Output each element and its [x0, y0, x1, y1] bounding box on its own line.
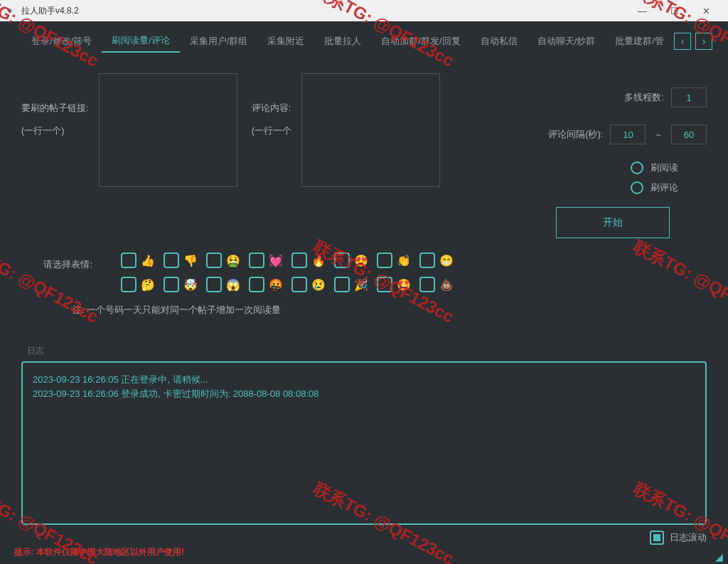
emoji-checkbox[interactable] [249, 277, 264, 292]
interval-min-input[interactable] [610, 124, 646, 144]
comment-labels: 评论内容: (一行一个 [252, 73, 291, 147]
tab-login[interactable]: 登录/修改/筛号 [21, 31, 102, 52]
emoji-checkbox[interactable] [419, 252, 435, 268]
emoji-checkbox[interactable] [164, 277, 179, 292]
maximize-button[interactable]: ☐ [658, 0, 690, 21]
params-panel: 多线程数: 评论间隔(秒): ~ 刷阅读 [515, 73, 707, 238]
log-section: 日志 2023-09-23 16:26:05 正在登录中, 请稍候... 202… [21, 345, 707, 550]
log-label: 日志 [21, 345, 707, 357]
app-window: 拉人助手v4.8.2 — ☐ ✕ 登录/修改/筛号 刷阅读量/评论 采集用户/群… [0, 0, 728, 564]
emoji-row-1: 👍 👎 🤮 💓 🔥 😍 👏 😁 [121, 252, 454, 268]
checkbox-checked-icon [650, 531, 664, 545]
radio-circle-icon [631, 181, 643, 194]
emoji-checkbox[interactable] [419, 277, 435, 292]
tab-next-arrow[interactable]: › [695, 33, 712, 50]
log-scroll-label: 日志滚动 [670, 531, 707, 544]
emoji-clap-icon: 👏 [397, 254, 411, 267]
window-title: 拉人助手v4.8.2 [21, 5, 626, 17]
tab-brush-read[interactable]: 刷阅读量/评论 [102, 30, 180, 53]
radio-brush-read[interactable]: 刷阅读 [631, 161, 678, 174]
emoji-checkbox[interactable] [334, 277, 350, 292]
emoji-scream-icon: 😱 [226, 278, 240, 292]
post-link-label: 要刷的帖子链接: [21, 102, 89, 115]
emoji-think-icon: 🤔 [141, 278, 155, 292]
note-text: 注: 一个号码一天只能对同一个帖子增加一次阅读量 [73, 304, 707, 316]
emoji-checkbox[interactable] [291, 252, 307, 268]
radio-comment-label: 刷评论 [651, 181, 678, 194]
emoji-checkbox[interactable] [377, 252, 392, 268]
post-link-hint: (一行一个) [21, 124, 89, 137]
emoji-checkbox[interactable] [249, 252, 264, 268]
app-body: 登录/修改/筛号 刷阅读量/评论 采集用户/群组 采集附近 批量拉人 自动加群/… [0, 21, 728, 564]
threads-label: 多线程数: [624, 91, 664, 104]
radio-read-label: 刷阅读 [651, 161, 678, 174]
app-icon [6, 5, 17, 16]
emoji-checkbox[interactable] [377, 277, 392, 292]
tab-auto-group[interactable]: 自动加群/群发/回复 [371, 31, 470, 52]
emoji-checkbox[interactable] [206, 277, 222, 292]
emoji-poop-icon: 💩 [439, 278, 454, 292]
tab-bar: 登录/修改/筛号 刷阅读量/评论 采集用户/群组 采集附近 批量拉人 自动加群/… [0, 21, 728, 59]
emoji-section: 请选择表情: 👍 👎 🤮 💓 🔥 😍 👏 😁 🤔 🤯 [21, 252, 707, 292]
emoji-checkbox[interactable] [164, 252, 179, 268]
titlebar: 拉人助手v4.8.2 — ☐ ✕ [0, 0, 728, 21]
bottom-warning: 提示: 本软件仅限中国大陆地区以外用户使用! [14, 546, 184, 558]
tab-collect-user[interactable]: 采集用户/群组 [180, 31, 258, 52]
content-area: 要刷的帖子链接: (一行一个) 评论内容: (一行一个 多线程数: [0, 59, 728, 324]
interval-separator: ~ [655, 129, 661, 140]
log-line: 2023-09-23 16:26:06 登录成功, 卡密过期时间为: 2088-… [33, 387, 695, 401]
tab-collect-nearby[interactable]: 采集附近 [257, 31, 314, 52]
interval-label: 评论间隔(秒): [548, 128, 603, 141]
tab-auto-dm[interactable]: 自动私信 [471, 31, 528, 52]
emoji-thumbsdown-icon: 👎 [183, 254, 198, 267]
log-box[interactable]: 2023-09-23 16:26:05 正在登录中, 请稍候... 2023-0… [21, 361, 707, 525]
emoji-label: 请选择表情: [21, 252, 92, 271]
emoji-grin-icon: 😁 [439, 254, 454, 267]
log-line: 2023-09-23 16:26:05 正在登录中, 请稍候... [33, 373, 695, 387]
radio-circle-icon [631, 161, 643, 174]
post-link-textarea[interactable] [99, 73, 237, 187]
emoji-mindblown-icon: 🤯 [183, 278, 198, 292]
log-scroll-toggle[interactable]: 日志滚动 [650, 531, 707, 545]
emoji-hearteyes-icon: 😍 [354, 254, 368, 267]
post-link-labels: 要刷的帖子链接: (一行一个) [21, 73, 89, 147]
emoji-angry-icon: 🤬 [269, 278, 283, 292]
emoji-thumbsup-icon: 👍 [141, 254, 155, 267]
emoji-fire-icon: 🔥 [311, 254, 326, 267]
tab-prev-arrow[interactable]: ‹ [674, 33, 691, 50]
emoji-cry-icon: 😢 [311, 278, 326, 292]
emoji-vomit-icon: 🤮 [226, 254, 240, 267]
emoji-checkbox[interactable] [121, 277, 136, 292]
emoji-checkbox[interactable] [334, 252, 350, 268]
tab-batch-pull[interactable]: 批量拉人 [314, 31, 371, 52]
emoji-row-2: 🤔 🤯 😱 🤬 😢 🎉 🤩 💩 [121, 277, 454, 292]
start-button[interactable]: 开始 [556, 207, 670, 238]
resize-grip-icon[interactable]: ◢ [715, 551, 727, 563]
interval-max-input[interactable] [671, 124, 707, 144]
tab-batch-create[interactable]: 批量建群/管 [605, 31, 674, 52]
close-button[interactable]: ✕ [690, 0, 722, 21]
emoji-checkbox[interactable] [291, 277, 307, 292]
emoji-party-icon: 🎉 [354, 278, 368, 292]
radio-brush-comment[interactable]: 刷评论 [631, 181, 678, 194]
comment-hint: (一行一个 [252, 124, 291, 137]
tab-auto-chat[interactable]: 自动聊天/炒群 [528, 31, 606, 52]
emoji-checkbox[interactable] [206, 252, 222, 268]
window-controls: — ☐ ✕ [626, 0, 722, 21]
minimize-button[interactable]: — [626, 0, 658, 21]
emoji-heart-icon: 💓 [269, 254, 283, 267]
threads-input[interactable] [671, 87, 707, 107]
emoji-checkbox[interactable] [121, 252, 136, 268]
emoji-star-icon: 🤩 [397, 278, 411, 292]
comment-textarea[interactable] [301, 73, 440, 187]
comment-label: 评论内容: [252, 102, 291, 115]
